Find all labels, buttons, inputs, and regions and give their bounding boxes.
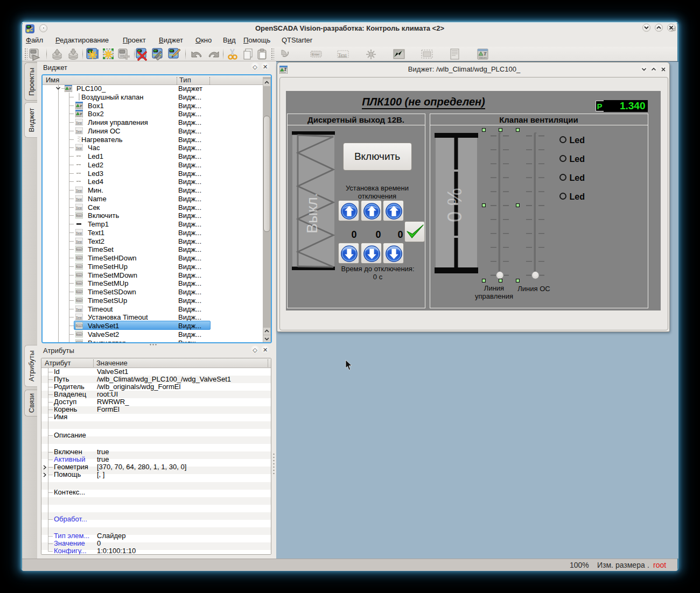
svg-text:Text: Text xyxy=(76,129,82,133)
svg-text:Enter: Enter xyxy=(77,274,82,276)
svg-text:Enter: Enter xyxy=(77,215,82,217)
svg-text:Enter: Enter xyxy=(77,265,82,267)
svg-text:Text: Text xyxy=(76,197,82,201)
svg-text:Enter: Enter xyxy=(77,291,82,293)
svg-text:Values: Values xyxy=(479,56,487,59)
svg-text:Enter: Enter xyxy=(77,249,82,251)
svg-text:Values: Values xyxy=(76,107,82,109)
svg-text:Enter: Enter xyxy=(312,53,319,56)
svg-text:Values: Values xyxy=(66,90,71,92)
svg-text:Values: Values xyxy=(281,72,286,74)
svg-text:Text: Text xyxy=(76,307,82,310)
svg-text:Text: Text xyxy=(76,188,82,192)
svg-text:Text: Text xyxy=(76,146,82,150)
svg-text:Text: Text xyxy=(76,315,82,319)
svg-text:Text: Text xyxy=(76,231,82,235)
svg-text:Enter: Enter xyxy=(77,283,82,285)
svg-text:Text: Text xyxy=(76,205,82,209)
svg-text:Enter: Enter xyxy=(77,333,82,335)
svg-text:Enter: Enter xyxy=(77,257,82,259)
svg-text:Enter: Enter xyxy=(77,325,82,327)
svg-text:Text: Text xyxy=(76,239,82,243)
svg-text:Values: Values xyxy=(76,115,82,117)
svg-text:Text: Text xyxy=(338,52,347,58)
svg-text:Enter: Enter xyxy=(77,299,82,301)
svg-text:Text: Text xyxy=(76,121,82,124)
svg-text:Enter: Enter xyxy=(77,342,82,342)
